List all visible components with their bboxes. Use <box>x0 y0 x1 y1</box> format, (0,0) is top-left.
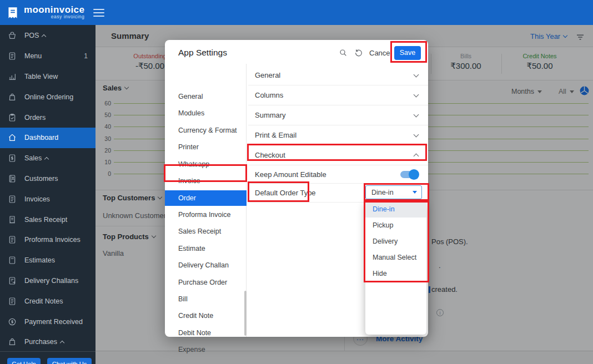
chevron-down-icon <box>414 112 419 117</box>
sidebar-item-table-view[interactable]: Table View <box>0 67 96 87</box>
settings-nav-order[interactable]: Order <box>165 190 247 206</box>
save-button[interactable]: Save <box>394 46 421 60</box>
chevron-up-icon <box>44 156 49 161</box>
dropdown-label: Default Order Type <box>255 189 316 197</box>
chevron-down-icon <box>414 132 419 137</box>
chevron-up-icon <box>42 34 46 39</box>
section-print-email[interactable]: Print & Email <box>248 125 428 145</box>
settings-nav-delivery-challan[interactable]: Delivery Challan <box>165 257 247 273</box>
section-label: General <box>255 71 280 79</box>
sidebar-item-estimates[interactable]: Estimates <box>0 250 96 271</box>
sales-icon <box>8 154 17 163</box>
settings-nav-general[interactable]: General <box>165 89 247 104</box>
sidebar-item-label: Sales <box>24 154 42 162</box>
settings-nav-invoice[interactable]: Invoice <box>165 173 247 189</box>
logo-icon <box>6 6 20 20</box>
keep-amount-editable-row: Keep Amount Editable <box>248 165 428 184</box>
sidebar-item-label: Estimates <box>24 256 55 264</box>
section-checkout[interactable]: Checkout <box>248 145 428 165</box>
credit-notes-icon <box>8 297 17 306</box>
keep-amount-editable-toggle[interactable] <box>400 171 418 178</box>
chevron-down-icon <box>414 92 419 97</box>
sidebar-item-label: Payment Received <box>24 318 83 326</box>
chevron-down-icon <box>414 72 419 77</box>
settings-nav-proforma-invoice[interactable]: Proforma Invoice <box>165 207 247 223</box>
modal-search-icon[interactable] <box>339 48 348 59</box>
sidebar-footer-divider <box>0 351 96 352</box>
topbar: mooninvoice easy invoicing <box>0 0 593 25</box>
menu-icon <box>8 52 17 60</box>
sidebar-item-label: Delivery Challans <box>24 277 78 285</box>
modal-title: App Settings <box>178 48 227 58</box>
settings-nav-whatsapp[interactable]: Whatsapp <box>165 156 247 172</box>
sidebar-item-proforma-invoices[interactable]: Proforma Invoices <box>0 230 96 250</box>
sidebar-item-dashboard[interactable]: Dashboard <box>0 128 96 148</box>
sidebar-item-label: POS <box>24 32 39 39</box>
cancel-button[interactable]: Cancel <box>369 49 391 57</box>
section-columns[interactable]: Columns <box>248 85 428 105</box>
sidebar-item-label: Orders <box>24 114 46 122</box>
default-order-type-select[interactable]: Dine-in <box>365 185 422 199</box>
section-summary[interactable]: Summary <box>248 105 428 125</box>
sidebar-item-payment-received[interactable]: Payment Received <box>0 311 96 332</box>
sidebar-item-credit-notes[interactable]: Credit Notes <box>0 291 96 311</box>
payment-received-icon <box>8 317 17 326</box>
settings-nav-expense[interactable]: Expense <box>165 342 247 357</box>
sidebar-item-menu[interactable]: Menu 1 <box>0 46 96 67</box>
settings-nav-sales-receipt[interactable]: Sales Receipt <box>165 224 247 239</box>
chevron-up-icon <box>60 341 64 345</box>
sales-receipt-icon <box>8 215 17 224</box>
sidebar-item-sales[interactable]: Sales <box>0 148 96 169</box>
settings-nav-credit-note[interactable]: Credit Note <box>165 308 247 323</box>
proforma-invoices-icon <box>8 235 17 244</box>
settings-nav-printer[interactable]: Printer <box>165 139 247 155</box>
modal-reset-icon[interactable] <box>354 48 363 59</box>
option-pickup[interactable]: Pickup <box>365 218 426 234</box>
settings-nav-bill[interactable]: Bill <box>165 291 247 307</box>
sidebar-item-orders[interactable]: Orders <box>0 107 96 128</box>
sidebar-item-sales-receipt[interactable]: Sales Receipt <box>0 209 96 230</box>
chevron-up-icon <box>414 153 419 159</box>
get-help-button[interactable]: Get Help <box>7 358 41 364</box>
sidebar-item-label: Table View <box>24 73 58 80</box>
section-label: Columns <box>255 91 283 99</box>
select-value: Dine-in <box>371 189 394 196</box>
section-label: Checkout <box>255 151 285 159</box>
sidebar-item-label: Online Ordering <box>24 93 73 101</box>
sidebar-item-customers[interactable]: Customers <box>0 169 96 189</box>
sidebar-item-label: Invoices <box>24 195 50 203</box>
sidebar-item-delivery-challans[interactable]: Delivery Challans <box>0 271 96 291</box>
sidebar-item-label: Customers <box>24 175 58 183</box>
dashboard-icon <box>8 133 17 142</box>
hamburger-menu-icon[interactable] <box>93 9 104 17</box>
option-dine-in[interactable]: Dine-in <box>365 201 426 218</box>
option-hide[interactable]: Hide <box>365 266 426 282</box>
sidebar-item-label: Purchases <box>24 338 57 346</box>
app-logo[interactable]: mooninvoice easy invoicing <box>6 6 84 20</box>
sidebar-item-online-ordering[interactable]: Online Ordering <box>0 87 96 107</box>
settings-nav-estimate[interactable]: Estimate <box>165 241 247 256</box>
chat-with-us-button[interactable]: Chat with Us <box>47 358 92 364</box>
nav-scrollbar[interactable] <box>244 291 247 336</box>
section-general[interactable]: General <box>248 65 428 85</box>
sidebar-item-purchases[interactable]: Purchases <box>0 332 96 352</box>
sidebar-item-pos[interactable]: POS <box>0 26 96 46</box>
customers-icon <box>8 174 17 183</box>
sidebar-item-label: Proforma Invoices <box>24 236 81 244</box>
settings-nav-purchase-order[interactable]: Purchase Order <box>165 275 247 290</box>
option-delivery[interactable]: Delivery <box>365 234 426 250</box>
delivery-challans-icon <box>8 276 17 285</box>
sidebar-item-label: Menu <box>24 52 42 60</box>
purchases-icon <box>8 337 17 346</box>
option-manual-select[interactable]: Manual Select <box>365 250 426 266</box>
sidebar-item-label: Dashboard <box>24 134 58 141</box>
settings-nav-currency-format[interactable]: Currency & Format <box>165 123 247 138</box>
section-label: Print & Email <box>255 131 296 139</box>
pos-icon <box>8 31 17 40</box>
table-view-icon <box>8 72 17 81</box>
settings-nav-debit-note[interactable]: Debit Note <box>165 325 247 341</box>
sidebar: POS Menu 1 Table View Online Ordering Or… <box>0 25 96 364</box>
settings-nav: General Modules Currency & Format Printe… <box>165 64 247 337</box>
sidebar-item-invoices[interactable]: Invoices <box>0 189 96 209</box>
settings-nav-modules[interactable]: Modules <box>165 105 247 121</box>
